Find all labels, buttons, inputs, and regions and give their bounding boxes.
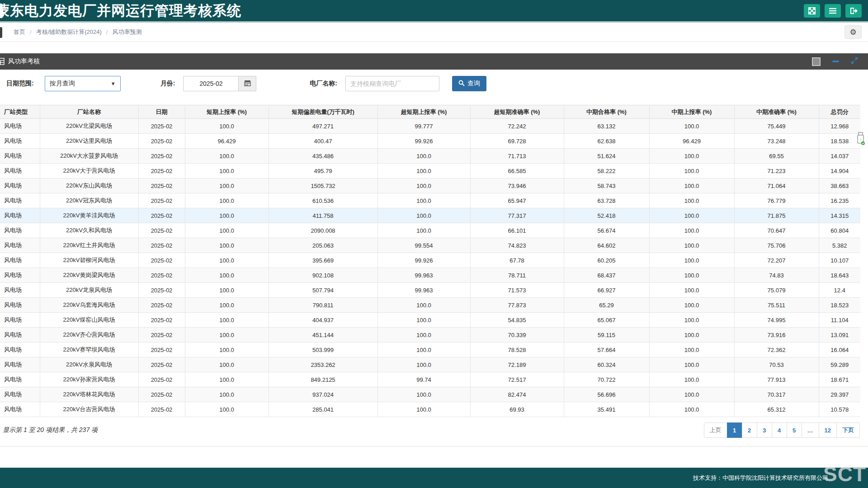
table-cell: 74.823: [470, 238, 564, 253]
results-info: 显示第 1 至 20 项结果，共 237 项: [3, 426, 98, 434]
table-cell: 12.968: [819, 119, 860, 134]
table-cell: 220kV冠东风电场: [40, 193, 138, 208]
table-cell: 风电场: [0, 238, 40, 253]
table-cell: 100.0: [649, 313, 734, 328]
table-row[interactable]: 风电场220kV冠东风电场2025-02100.0610.536100.065.…: [0, 193, 860, 208]
table-row[interactable]: 风电场220kV台吉营风电场2025-02100.0285.041100.069…: [0, 402, 860, 417]
table-cell: 100.0: [649, 253, 734, 268]
calendar-button[interactable]: [238, 76, 256, 91]
support-text: 技术支持：中国科学院沈阳计算技术研究所有限公司: [693, 474, 828, 482]
usb-device-overlay-icon[interactable]: ↓: [856, 132, 865, 147]
column-header[interactable]: 中期合格率 (%): [564, 105, 649, 119]
table-cell: 100.0: [185, 298, 269, 313]
search-button[interactable]: 查询: [452, 76, 486, 91]
column-header[interactable]: 中期上报率 (%): [649, 105, 734, 119]
menu-button[interactable]: [825, 4, 841, 18]
pagination-page-2[interactable]: 2: [742, 422, 757, 438]
table-row[interactable]: 风电场220kV北梁风电场2025-02100.0497.27199.77772…: [0, 119, 860, 134]
table-cell: 2025-02: [138, 149, 185, 164]
table-cell: 220kV达里风电场: [40, 134, 138, 149]
breadcrumb-home[interactable]: 首页: [14, 28, 25, 36]
table-row[interactable]: 风电场220kV煤窑山风电场2025-02100.0404.937100.054…: [0, 313, 860, 328]
logo-fragment: [0, 4, 3, 18]
table-row[interactable]: 风电场220kV大于营风电场2025-02100.0495.79100.066.…: [0, 164, 860, 178]
table-cell: 220kV齐心营风电场: [40, 328, 138, 343]
column-header[interactable]: 厂站名称: [40, 105, 138, 119]
table-cell: 63.132: [564, 119, 649, 134]
header-actions: [804, 4, 868, 18]
table-cell: 100.0: [377, 223, 470, 238]
table-row[interactable]: 风电场220kV塔林花风电场2025-02100.0937.024100.082…: [0, 387, 860, 402]
table-cell: 风电场: [0, 178, 40, 193]
table-cell: 220kV塔林花风电场: [40, 387, 138, 402]
month-input[interactable]: [183, 76, 238, 91]
table-row[interactable]: 风电场220kV久和风电场2025-02100.02090.008100.066…: [0, 223, 860, 238]
settings-button[interactable]: ⚙: [844, 25, 862, 39]
assessment-table: 厂站类型厂站名称日期短期上报率 (%)短期偏差电量(万千瓦时)超短期上报率 (%…: [0, 105, 860, 417]
table-cell: 风电场: [0, 387, 40, 402]
breadcrumb-module[interactable]: 考核/辅助数据计算(2024): [36, 28, 102, 36]
pagination-page-5[interactable]: 5: [787, 422, 802, 438]
column-header[interactable]: 中期准确率 (%): [734, 105, 819, 119]
pagination-page-3[interactable]: 3: [757, 422, 772, 438]
column-header[interactable]: 短期偏差电量(万千瓦时): [269, 105, 377, 119]
table-cell: 60.205: [564, 253, 649, 268]
table-row[interactable]: 风电场220kV齐心营风电场2025-02100.0451.144100.070…: [0, 328, 860, 343]
table-row[interactable]: 风电场220kV达里风电场2025-0296.429400.4799.92669…: [0, 134, 860, 149]
column-header[interactable]: 超短期准确率 (%): [470, 105, 564, 119]
pagination-page-1[interactable]: 1: [727, 422, 742, 438]
fullscreen-button[interactable]: [804, 4, 820, 18]
table-row[interactable]: 风电场220kV东山风电场2025-02100.01505.732100.073…: [0, 178, 860, 193]
wind-power-panel: 风功率考核 日期范围: 按月查询 ▼ 月份:: [0, 53, 868, 446]
table-row[interactable]: 风电场220kV黄羊洼风电场2025-02100.0411.758100.077…: [0, 208, 860, 223]
calendar-icon: [244, 80, 251, 88]
column-header[interactable]: 短期上报率 (%): [185, 105, 269, 119]
table-cell: 16.064: [819, 343, 860, 357]
table-row[interactable]: 风电场220kV水泉风电场2025-02100.02353.262100.072…: [0, 357, 860, 372]
table-cell: 74.995: [734, 313, 819, 328]
table-row[interactable]: 风电场220kV大水菠萝风电场2025-02100.0435.486100.07…: [0, 149, 860, 164]
table-cell: 100.0: [649, 164, 734, 178]
table-cell: 69.728: [470, 134, 564, 149]
table-cell: 18.523: [819, 298, 860, 313]
column-header[interactable]: 总罚分: [819, 105, 860, 119]
app-header: 蒙东电力发电厂并网运行管理考核系统: [0, 0, 868, 23]
collapse-icon[interactable]: [832, 61, 839, 62]
table-row[interactable]: 风电场220kV黄岗梁风电场2025-02100.0902.10899.9637…: [0, 268, 860, 283]
sidebar-toggle-fragment[interactable]: [0, 27, 2, 38]
logout-button[interactable]: [845, 4, 862, 18]
table-cell: 73.946: [470, 178, 564, 193]
table-cell: 220kV大于营风电场: [40, 164, 138, 178]
column-header[interactable]: 日期: [138, 105, 185, 119]
table-row[interactable]: 风电场220kV红土井风电场2025-02100.0205.06399.5547…: [0, 238, 860, 253]
panel-checkbox[interactable]: [812, 57, 821, 66]
pagination-ellipsis[interactable]: …: [802, 422, 819, 438]
table-cell: 13.091: [819, 328, 860, 343]
table-cell: 100.0: [377, 298, 470, 313]
table-cell: 100.0: [185, 164, 269, 178]
date-range-value: 按月查询: [50, 80, 111, 88]
table-cell: 57.664: [564, 343, 649, 357]
expand-icon[interactable]: [851, 57, 858, 66]
table-cell: 11.104: [819, 313, 860, 328]
table-row[interactable]: 风电场220kV碧柳河风电场2025-02100.0395.66999.9266…: [0, 253, 860, 268]
table-cell: 220kV台吉营风电场: [40, 402, 138, 417]
pagination-page-4[interactable]: 4: [772, 422, 787, 438]
table-cell: 100.0: [185, 343, 269, 357]
date-range-select[interactable]: 按月查询 ▼: [45, 76, 121, 91]
pagination-page-12[interactable]: 12: [819, 422, 837, 438]
column-header[interactable]: 超短期上报率 (%): [377, 105, 470, 119]
column-header[interactable]: 厂站类型: [0, 105, 40, 119]
table-cell: 风电场: [0, 283, 40, 298]
table-cell: 14.315: [819, 208, 860, 223]
table-row[interactable]: 风电场220kV孙家营风电场2025-02100.0849.212599.747…: [0, 372, 860, 387]
table-cell: 82.474: [470, 387, 564, 402]
breadcrumb: 首页 / 考核/辅助数据计算(2024) / 风功率预测: [14, 28, 142, 36]
pagination-next[interactable]: 下页: [836, 422, 860, 438]
plant-name-input[interactable]: [345, 76, 439, 91]
pagination-prev[interactable]: 上页: [704, 422, 727, 438]
table-row[interactable]: 风电场220kV乌套海风电场2025-02100.0790.811100.077…: [0, 298, 860, 313]
table-row[interactable]: 风电场220kV龙泉风电场2025-02100.0507.79499.96371…: [0, 283, 860, 298]
table-row[interactable]: 风电场220kV赛罕坝风电场2025-02100.0503.999100.078…: [0, 343, 860, 357]
table-cell: 52.418: [564, 208, 649, 223]
